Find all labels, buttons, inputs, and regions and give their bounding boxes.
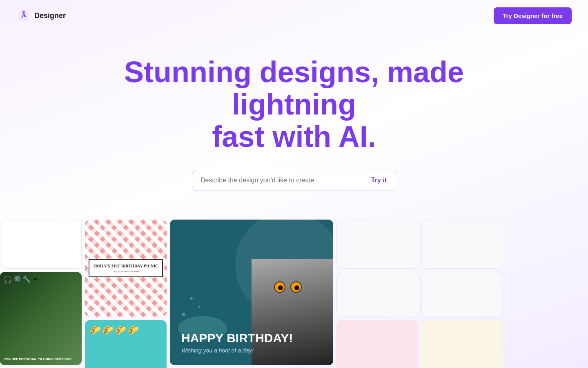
blank-card-r2: [336, 272, 418, 317]
blank-card-1: [0, 220, 82, 269]
hero-section: Stunning designs, made lightning fast wi…: [0, 31, 588, 207]
gallery-grid: Emily's 31st Birthday Picnic July 15 at …: [0, 207, 588, 368]
dot-1: [182, 313, 185, 316]
svg-point-1: [22, 11, 25, 13]
blank-card-2: [336, 220, 418, 269]
gym-text: 25% Off Personal Training Sessions: [4, 357, 78, 361]
taco-emoji-3: 🌮: [115, 325, 126, 336]
dot-3: [190, 297, 193, 300]
picnic-card[interactable]: Emily's 31st Birthday Picnic July 15 at …: [85, 220, 167, 317]
owl-eye-left: [274, 281, 285, 293]
logo-area: Designer: [16, 9, 66, 23]
design-search-bar: Try it: [192, 170, 396, 191]
design-description-input[interactable]: [192, 170, 362, 191]
gym-card[interactable]: 🎧 ⚙️ 🔧 📱 25% Off Personal Training Sessi…: [0, 272, 82, 365]
taco-emoji-2: 🌮: [102, 325, 114, 336]
birthday-sub: Wishing you a hoot of a day!: [181, 347, 322, 354]
taco-emoji-1: 🌮: [90, 325, 101, 336]
boutique-card[interactable]: Play Boutique Is Open!: [336, 320, 418, 368]
picnic-title: Emily's 31st Birthday Picnic: [94, 263, 158, 269]
owl-eye-right: [290, 281, 302, 293]
birthday-heading: HAPPY BIRTHDAY!: [181, 331, 322, 345]
try-designer-button[interactable]: Try Designer for free: [494, 7, 572, 24]
explore-card[interactable]: Discover New Places Explore the World: [421, 320, 503, 368]
blank-card-r3: [421, 272, 503, 317]
birthday-card[interactable]: HAPPY BIRTHDAY! Wishing you a hoot of a …: [170, 220, 333, 365]
taco-emoji-4: 🌮: [128, 325, 139, 336]
birthday-text-block: HAPPY BIRTHDAY! Wishing you a hoot of a …: [181, 331, 322, 354]
header: Designer Try Designer for free: [0, 0, 588, 31]
hero-title: Stunning designs, made lightning fast wi…: [110, 56, 478, 153]
designer-logo-icon: [16, 9, 31, 23]
gym-bg: 🎧 ⚙️ 🔧 📱: [0, 272, 82, 365]
dot-2: [198, 306, 200, 308]
taco-top: 🌮 🌮 🌮 🌮: [85, 320, 167, 368]
taco-card[interactable]: 🌮 🌮 🌮 🌮 Launching This Summer New Taco T…: [85, 320, 167, 368]
try-it-button[interactable]: Try it: [362, 170, 396, 191]
picnic-subtitle: July 15 at Horizon Park: [94, 270, 158, 273]
blank-card-3: [421, 220, 503, 269]
logo-text: Designer: [34, 11, 66, 20]
